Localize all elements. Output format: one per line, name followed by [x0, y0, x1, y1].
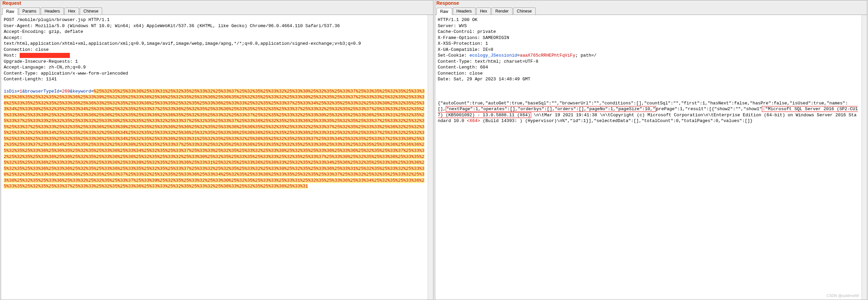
watermark: CSDN @sublime88	[826, 293, 859, 298]
response-raw-content[interactable]: HTTP/1.1 200 OK Server: WVS Cache-Contro…	[435, 15, 862, 300]
cookie-path: ; path=/	[575, 53, 596, 58]
tab-raw[interactable]: Raw	[2, 8, 18, 15]
request-scrollbar[interactable]	[428, 15, 433, 300]
header-connection: Connection: close	[438, 71, 483, 76]
tab-hex[interactable]: Hex	[476, 7, 491, 15]
param-browsertypeid-val: 269	[62, 89, 70, 94]
request-panel: Request Raw Params Headers Hex Chinese P…	[1, 0, 433, 300]
header-ua-compat: X-UA-Compatible: IE=8	[438, 47, 494, 52]
request-tab-bar: Raw Params Headers Hex Chinese	[1, 6, 433, 15]
header-content-length: Content-Length: 1141	[4, 77, 57, 82]
header-content-type: Content-Type: application/x-www-form-url…	[4, 71, 128, 76]
param-isdis-key: isDis	[4, 89, 17, 94]
tab-hex[interactable]: Hex	[64, 7, 79, 15]
tab-chinese[interactable]: Chinese	[80, 7, 102, 15]
tab-raw[interactable]: Raw	[437, 8, 452, 15]
tab-render[interactable]: Render	[491, 7, 512, 15]
header-content-type: Content-Type: text/html; charset=UTF-8	[438, 59, 538, 64]
request-line: POST /mobile/plugin/browser.jsp HTTP/1.1	[4, 17, 110, 22]
header-server: Server: WVS	[438, 23, 467, 28]
x64-marker: <X64>	[467, 118, 480, 123]
response-panel: Response Raw Headers Hex Render Chinese …	[435, 0, 868, 300]
header-connection: Connection: close	[4, 47, 49, 52]
header-host-redacted: xxxxxxxxxxxxxxxxxxx	[20, 53, 70, 58]
highlight-box-pagination: "nextPage":1,"operates":[],"orderbys":[]…	[446, 106, 656, 112]
response-tab-bar: Raw Headers Hex Render Chinese	[435, 6, 867, 15]
response-body-mid: prePage":1,"result":[{"show2":"","show1"	[656, 106, 762, 112]
tab-headers[interactable]: Headers	[453, 7, 476, 15]
header-set-cookie-label: Set-Cookie:	[438, 53, 470, 58]
cookie-value: aaaX765cRRHEPhtFqViFy	[520, 53, 575, 58]
header-accept-value: text/html,application/xhtml+xml,applicat…	[4, 41, 361, 46]
header-upgrade: Upgrade-Insecure-Requests: 1	[4, 59, 78, 64]
response-body-tail: (Build 14393: ) (Hypervisor)\n%","id":1}…	[480, 118, 753, 123]
tab-params[interactable]: Params	[19, 7, 40, 15]
header-content-length: Content-Length: 604	[438, 65, 488, 70]
header-accept-language: Accept-Language: zh-CN,zh;q=0.9	[4, 65, 86, 70]
header-accept-encoding: Accept-Encoding: gzip, deflate	[4, 29, 83, 34]
param-keyword-key: keyword	[73, 89, 91, 94]
status-line: HTTP/1.1 200 OK	[438, 17, 478, 22]
tab-chinese[interactable]: Chinese	[513, 7, 536, 15]
header-xss: X-XSS-Protection: 1	[438, 41, 488, 46]
param-browsertypeid-key: browserTypeId	[25, 89, 59, 94]
tab-headers[interactable]: Headers	[41, 7, 63, 15]
param-keyword-val: %25%32%35%25%33%36%25%33%31%25%32%35%25%…	[4, 89, 425, 189]
header-user-agent: User-Agent: Mozilla/5.0 (Windows NT 10.0…	[4, 23, 340, 28]
request-title: Request	[1, 0, 433, 6]
cookie-name: ecology_JSessionid	[469, 53, 517, 58]
header-accept: Accept:	[4, 35, 22, 40]
header-cache-control: Cache-Control: private	[438, 29, 496, 34]
header-date: Date: Sat, 29 Apr 2023 14:48:49 GMT	[438, 77, 531, 82]
param-isdis-val: 1	[20, 89, 22, 94]
header-host-label: Host:	[4, 53, 20, 58]
header-xframe: X-Frame-Options: SAMEORIGIN	[438, 35, 509, 40]
response-scrollbar[interactable]	[862, 15, 867, 300]
response-title: Response	[435, 0, 867, 6]
request-raw-content[interactable]: POST /mobile/plugin/browser.jsp HTTP/1.1…	[1, 15, 428, 300]
